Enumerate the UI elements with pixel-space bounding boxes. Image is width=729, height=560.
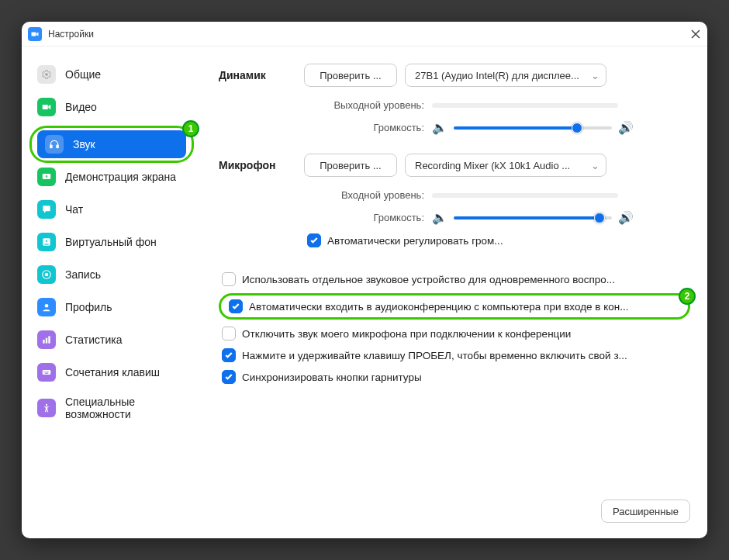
mic-volume-row: Громкость: 🔈 🔊: [304, 210, 690, 225]
sidebar: Общие Видео Звук 1: [22, 47, 202, 538]
checkbox-icon[interactable]: [222, 272, 236, 286]
accessibility-icon: [37, 399, 56, 417]
mic-device-select[interactable]: Recording Mixer (kX 10k1 Audio ... ⌄: [405, 154, 606, 177]
test-speaker-button[interactable]: Проверить ...: [304, 64, 397, 87]
svg-rect-15: [47, 372, 48, 372]
svg-rect-11: [48, 336, 50, 343]
mute-on-join-option[interactable]: Отключить звук моего микрофона при подкл…: [219, 323, 690, 344]
sidebar-item-general[interactable]: Общие: [29, 60, 194, 88]
svg-rect-14: [46, 372, 47, 372]
svg-point-8: [45, 304, 49, 308]
speaker-volume-label: Громкость:: [304, 122, 424, 133]
checkbox-icon[interactable]: [307, 233, 321, 247]
speaker-device-select[interactable]: 27B1 (Аудио Intel(R) для дисплее... ⌄: [405, 64, 606, 87]
sidebar-item-chat[interactable]: Чат: [29, 195, 194, 223]
titlebar: Настройки: [22, 22, 707, 47]
sidebar-item-label: Демонстрация экрана: [65, 171, 176, 183]
svg-rect-10: [46, 338, 47, 344]
svg-rect-1: [50, 145, 52, 148]
sidebar-item-shortcuts[interactable]: Сочетания клавиш: [29, 358, 194, 386]
checkbox-icon[interactable]: [222, 370, 236, 384]
sidebar-item-label: Общие: [65, 68, 101, 81]
checkbox-icon[interactable]: [222, 327, 236, 340]
sidebar-item-profile[interactable]: Профиль: [29, 293, 194, 321]
headphones-icon: [45, 135, 64, 154]
push-to-talk-option[interactable]: Нажмите и удерживайте клавишу ПРОБЕЛ, чт…: [219, 344, 690, 366]
sidebar-item-video[interactable]: Видео: [29, 93, 194, 121]
use-separate-device-option[interactable]: Использовать отдельное звуковое устройст…: [219, 268, 690, 290]
background-icon: [37, 233, 56, 251]
annotation-badge-1: 1: [182, 120, 199, 137]
checkbox-icon[interactable]: [222, 348, 236, 362]
checkbox-icon[interactable]: [229, 299, 243, 313]
option-label: Синхронизировать кнопки гарнитуры: [242, 372, 690, 383]
mic-volume-slider[interactable]: [454, 216, 612, 220]
auto-adjust-mic-option[interactable]: Автоматически регулировать гром...: [304, 230, 690, 251]
screen-share-icon: [37, 168, 56, 186]
profile-icon: [37, 298, 56, 316]
sidebar-item-label: Видео: [65, 101, 97, 113]
volume-high-icon: 🔊: [618, 210, 634, 225]
sidebar-item-stats[interactable]: Статистика: [29, 326, 194, 354]
settings-window: Настройки Общие Видео: [22, 22, 707, 538]
svg-point-17: [46, 404, 47, 406]
speaker-output-meter: [432, 103, 618, 108]
video-icon: [37, 98, 56, 116]
svg-point-7: [45, 273, 49, 277]
sidebar-item-screenshare[interactable]: Демонстрация экрана: [29, 163, 194, 191]
sidebar-item-label: Статистика: [65, 334, 123, 346]
keyboard-icon: [37, 363, 56, 382]
option-label: Отключить звук моего микрофона при подкл…: [242, 328, 690, 340]
volume-low-icon: 🔈: [432, 210, 447, 225]
auto-join-audio-option[interactable]: Автоматически входить в аудиоконференцию…: [226, 298, 683, 315]
gear-icon: [37, 65, 56, 84]
speaker-device-value: 27B1 (Аудио Intel(R) для дисплее...: [415, 70, 579, 81]
audio-settings-panel: Динамик Проверить ... 27B1 (Аудио Intel(…: [202, 47, 707, 538]
mic-device-value: Recording Mixer (kX 10k1 Audio ...: [415, 160, 570, 171]
volume-low-icon: 🔈: [432, 120, 447, 135]
stats-icon: [37, 330, 56, 349]
sidebar-item-accessibility[interactable]: Специальные возможности: [29, 391, 194, 425]
microphone-label: Микрофон: [219, 159, 304, 171]
speaker-output-level-row: Выходной уровень:: [304, 99, 690, 111]
chevron-down-icon: ⌄: [591, 160, 599, 171]
mic-input-meter: [432, 193, 618, 198]
auto-adjust-label: Автоматически регулировать гром...: [327, 235, 690, 247]
speaker-row: Динамик Проверить ... 27B1 (Аудио Intel(…: [219, 64, 690, 87]
output-level-label: Выходной уровень:: [304, 99, 424, 111]
sidebar-item-label: Звук: [73, 138, 95, 150]
chevron-down-icon: ⌄: [591, 70, 599, 81]
sidebar-item-label: Запись: [65, 268, 101, 281]
app-icon: [28, 27, 42, 41]
speaker-label: Динамик: [219, 69, 304, 81]
volume-high-icon: 🔊: [618, 120, 634, 135]
sidebar-item-virtual-bg[interactable]: Виртуальный фон: [29, 228, 194, 256]
annotation-badge-2: 2: [679, 288, 696, 305]
svg-rect-9: [43, 340, 44, 344]
speaker-volume-slider[interactable]: [454, 126, 612, 130]
sidebar-item-record[interactable]: Запись: [29, 261, 194, 289]
svg-rect-16: [45, 373, 49, 374]
sidebar-highlight: Звук 1: [29, 126, 194, 163]
option-label: Нажмите и удерживайте клавишу ПРОБЕЛ, чт…: [242, 350, 690, 361]
svg-rect-13: [44, 372, 45, 372]
sidebar-item-label: Профиль: [65, 301, 112, 313]
sidebar-item-label: Виртуальный фон: [65, 236, 157, 248]
svg-point-0: [45, 73, 48, 76]
speaker-volume-row: Громкость: 🔈 🔊: [304, 120, 690, 135]
advanced-button[interactable]: Расширенные: [601, 500, 690, 523]
sidebar-item-label-2: возможности: [65, 408, 135, 420]
test-mic-button[interactable]: Проверить ...: [304, 154, 397, 177]
record-icon: [37, 265, 56, 284]
svg-point-5: [46, 240, 47, 242]
sidebar-item-audio[interactable]: Звук: [37, 130, 186, 158]
close-icon[interactable]: [690, 29, 701, 40]
sidebar-item-label: Чат: [65, 203, 83, 216]
option-label: Автоматически входить в аудиоконференцию…: [249, 301, 683, 313]
window-title: Настройки: [48, 29, 94, 40]
svg-rect-2: [57, 145, 58, 148]
option-label: Использовать отдельное звуковое устройст…: [242, 274, 690, 285]
sidebar-item-label: Сочетания клавиш: [65, 366, 160, 379]
sync-headset-option[interactable]: Синхронизировать кнопки гарнитуры: [219, 366, 690, 388]
input-level-label: Входной уровень:: [304, 189, 424, 201]
